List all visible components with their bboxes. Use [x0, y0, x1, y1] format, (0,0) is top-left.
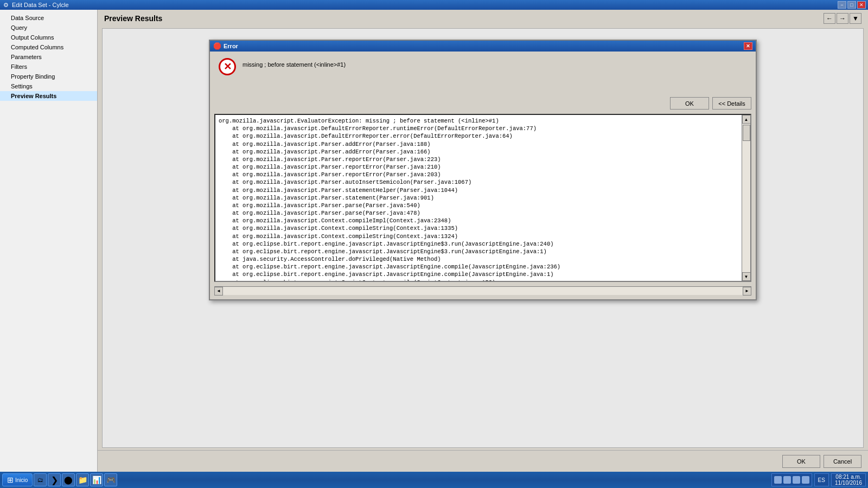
titlebar: ⚙ Edit Data Set - Cylcle − □ ✕: [0, 0, 868, 10]
sidebar-item-propertybinding[interactable]: Property Binding: [0, 72, 97, 81]
clock-date: 11/10/2016: [835, 480, 862, 486]
windows-logo: ⊞: [7, 476, 14, 484]
taskbar-icon-folder[interactable]: 🗂: [34, 473, 47, 486]
preview-area: 🛑 Error ✕ ✕ missing ; before statement (…: [102, 28, 864, 448]
app-icon: ⚙: [2, 1, 10, 9]
error-icon: ✕: [219, 58, 236, 75]
clock-time: 08:21 a.m.: [835, 474, 861, 480]
sidebar-item-outputcolumns[interactable]: Output Columns: [0, 33, 97, 42]
sidebar-item-settings[interactable]: Settings: [0, 81, 97, 91]
minimize-button[interactable]: −: [838, 1, 846, 9]
error-dialog-title: Error: [224, 43, 238, 49]
scroll-down-button[interactable]: ▼: [742, 272, 751, 281]
titlebar-left: ⚙ Edit Data Set - Cylcle: [2, 1, 69, 9]
taskbar-icon-app[interactable]: 🎮: [104, 473, 117, 486]
ok-button[interactable]: OK: [782, 455, 820, 468]
taskbar-right: ES 08:21 a.m. 11/10/2016: [771, 473, 866, 486]
sys-tray: [771, 473, 812, 486]
error-dialog-close-button[interactable]: ✕: [744, 42, 752, 50]
start-label: Inicio: [15, 477, 28, 483]
error-message: missing ; before statement (<inline>#1): [242, 58, 346, 68]
language-indicator: ES: [814, 473, 829, 486]
tray-icon-2: [783, 476, 791, 484]
scroll-up-button[interactable]: ▲: [742, 115, 751, 124]
sidebar-item-query[interactable]: Query: [0, 23, 97, 33]
preview-header: Preview Results ← → ▼: [98, 10, 868, 26]
taskbar-icon-chrome[interactable]: ⬤: [62, 473, 75, 486]
taskbar-icon-chart[interactable]: 📊: [90, 473, 103, 486]
error-ok-button[interactable]: OK: [670, 97, 709, 110]
tray-icon-4: [802, 476, 809, 484]
titlebar-controls[interactable]: − □ ✕: [838, 1, 866, 9]
error-dialog-body: ✕ missing ; before statement (<inline>#1…: [210, 52, 756, 95]
stacktrace-scrollbar: ▲ ▼: [742, 115, 750, 281]
main-window: Data Source Query Output Columns Compute…: [0, 10, 868, 488]
sidebar-item-datasource[interactable]: Data Source: [0, 13, 97, 23]
scroll-track: [742, 124, 750, 272]
content-area: Data Source Query Output Columns Compute…: [0, 10, 868, 472]
sidebar-item-computedcolumns[interactable]: Computed Columns: [0, 42, 97, 52]
stacktrace-hscroll: ◄ ►: [214, 286, 751, 295]
sidebar: Data Source Query Output Columns Compute…: [0, 10, 98, 472]
tray-icon-3: [793, 476, 800, 484]
sidebar-item-parameters[interactable]: Parameters: [0, 52, 97, 62]
stacktrace-area: org.mozilla.javascript.EvaluatorExceptio…: [214, 114, 751, 282]
taskbar-icon-terminal[interactable]: ❯: [48, 473, 61, 486]
taskbar: ⊞ Inicio 🗂 ❯ ⬤ 📁 📊 🎮 ES 08:21 a.m. 11/10…: [0, 472, 868, 488]
hscroll-left-button[interactable]: ◄: [214, 287, 223, 296]
start-button[interactable]: ⊞ Inicio: [2, 473, 33, 486]
stacktrace-text: org.mozilla.javascript.EvaluatorExceptio…: [219, 117, 738, 281]
hscroll-track: [223, 287, 743, 295]
preview-toolbar: ← → ▼: [824, 13, 861, 24]
clock-area: 08:21 a.m. 11/10/2016: [831, 473, 866, 486]
sidebar-item-previewresults[interactable]: Preview Results: [0, 91, 97, 101]
back-button[interactable]: ←: [824, 13, 835, 24]
sidebar-item-filters[interactable]: Filters: [0, 62, 97, 72]
error-dialog-titlebar: 🛑 Error ✕: [210, 41, 756, 52]
taskbar-icon-files[interactable]: 📁: [76, 473, 89, 486]
error-dialog: 🛑 Error ✕ ✕ missing ; before statement (…: [209, 40, 757, 300]
scroll-thumb[interactable]: [743, 125, 750, 141]
error-overlay: 🛑 Error ✕ ✕ missing ; before statement (…: [103, 29, 863, 447]
stacktrace-content: org.mozilla.javascript.EvaluatorExceptio…: [215, 115, 742, 281]
close-button[interactable]: ✕: [857, 1, 866, 9]
forward-button[interactable]: →: [837, 13, 848, 24]
hscroll-right-button[interactable]: ►: [743, 287, 751, 296]
dropdown-button[interactable]: ▼: [850, 13, 861, 24]
preview-title: Preview Results: [104, 14, 162, 23]
tray-icon-1: [774, 476, 782, 484]
taskbar-left: ⊞ Inicio 🗂 ❯ ⬤ 📁 📊 🎮: [2, 473, 117, 486]
maximize-button[interactable]: □: [847, 1, 856, 9]
error-details-button[interactable]: << Details: [712, 97, 751, 110]
cancel-button[interactable]: Cancel: [824, 455, 861, 468]
main-content: Preview Results ← → ▼ 🛑 Err: [98, 10, 868, 472]
error-titlebar-icon: 🛑: [213, 42, 221, 50]
bottom-bar: OK Cancel: [98, 450, 868, 472]
window-title: Edit Data Set - Cylcle: [12, 2, 69, 8]
error-buttons: OK << Details: [210, 95, 756, 114]
